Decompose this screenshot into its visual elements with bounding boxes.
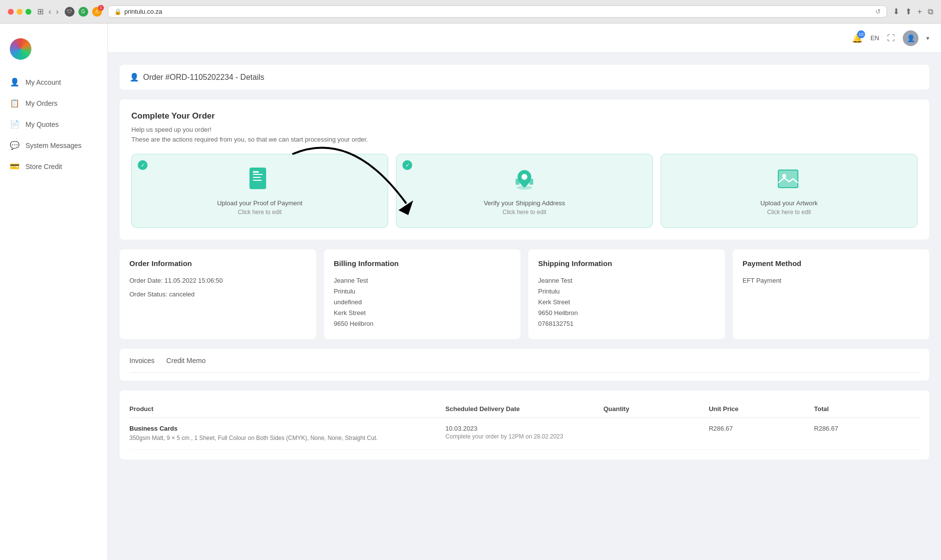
check-icon-1: ✓ [138, 160, 148, 170]
sidebar-item-my-orders[interactable]: 📋 My Orders [0, 93, 107, 114]
close-button[interactable] [8, 9, 14, 15]
action-card-proof-of-payment[interactable]: ✓ Upload your Proof of Payment Click her [131, 154, 388, 228]
account-icon: 👤 [10, 77, 20, 87]
product-table: Product Scheduled Delivery Date Quantity… [120, 390, 929, 460]
reload-icon[interactable]: ↺ [875, 8, 881, 15]
address-bar[interactable]: 🔒 printulu.co.za ↺ [108, 5, 887, 18]
col-product: Product [129, 405, 446, 413]
lock-icon: 🔒 [114, 8, 122, 15]
billing-company: Printulu [334, 286, 511, 297]
topbar: 🔔 10 EN ⛶ 👤 ▾ [108, 24, 941, 53]
shipping-info-title: Shipping Information [538, 259, 715, 268]
tab-credit-memo[interactable]: Credit Memo [166, 357, 205, 366]
back-icon[interactable]: ‹ [49, 7, 51, 16]
billing-address1: undefined [334, 297, 511, 308]
app-layout: 👤 My Account 📋 My Orders 📄 My Quotes 💬 S… [0, 24, 941, 560]
sidebar-item-system-messages[interactable]: 💬 System Messages [0, 135, 107, 156]
tabs-list: Invoices Credit Memo [129, 357, 919, 373]
subtitle-line1: Help us speed up you order! [131, 125, 917, 135]
notification-badge: 10 [857, 30, 865, 38]
maximize-button[interactable] [25, 9, 31, 15]
payment-method-value: EFT Payment [743, 275, 919, 286]
action-card-artwork[interactable]: Upload your Artwork Click here to edit [661, 154, 917, 228]
sidebar-toggle-icon[interactable]: ⊞ [37, 7, 44, 16]
action-cards-wrapper: ✓ Upload your Proof of Payment Click her [131, 154, 917, 228]
shipping-company: Printulu [538, 286, 715, 297]
col-total: Total [814, 405, 919, 413]
tabs-icon[interactable]: ⧉ [928, 7, 933, 16]
check-icon-2: ✓ [402, 160, 412, 170]
order-info-title: Order Information [129, 259, 306, 268]
col-quantity: Quantity [603, 405, 709, 413]
product-name: Business Cards [129, 425, 446, 432]
action-sublabel-3: Click here to edit [767, 209, 811, 216]
extension-shield-icon: 🛡 [65, 7, 74, 17]
svg-rect-4 [253, 177, 261, 178]
table-header: Product Scheduled Delivery Date Quantity… [129, 400, 919, 418]
order-status: Order Status: canceled [129, 289, 306, 300]
sidebar-item-label-credit: Store Credit [25, 163, 62, 170]
share-icon[interactable]: ⬆ [905, 7, 912, 16]
extension-g-icon: G [78, 7, 88, 17]
minimize-button[interactable] [17, 9, 23, 15]
browser-nav-icons: ⊞ ‹ › [37, 7, 59, 16]
sidebar-item-my-account[interactable]: 👤 My Account [0, 72, 107, 93]
action-label-3: Upload your Artwork [760, 199, 817, 207]
browser-chrome: ⊞ ‹ › 🛡 G ⚠ 1 🔒 printulu.co.za ↺ ⬇ ⬆ + ⧉ [0, 0, 941, 24]
row-quantity-cell [603, 425, 709, 442]
add-tab-icon[interactable]: + [917, 7, 922, 16]
product-desc: 350gsm Matt, 9 × 5 cm , 1 Sheet, Full Co… [129, 434, 446, 442]
traffic-lights [8, 9, 31, 15]
printulu-logo [10, 38, 31, 60]
order-date-label: Order Date: [129, 277, 163, 284]
messages-icon: 💬 [10, 141, 20, 150]
svg-rect-9 [516, 179, 520, 185]
tabs-section: Invoices Credit Memo [120, 349, 929, 381]
billing-city: 9650 Heilbron [334, 318, 511, 329]
action-label-2: Verify your Shipping Address [484, 199, 565, 207]
col-unit-price: Unit Price [709, 405, 814, 413]
sidebar-item-my-quotes[interactable]: 📄 My Quotes [0, 114, 107, 135]
billing-address2: Kerk Street [334, 308, 511, 318]
avatar[interactable]: 👤 [903, 30, 918, 46]
billing-information-card: Billing Information Jeanne Test Printulu… [324, 249, 520, 339]
main-content: 🔔 10 EN ⛶ 👤 ▾ 👤 Order #ORD-1105202234 - … [108, 24, 941, 560]
sidebar-logo[interactable] [0, 33, 107, 72]
order-status-label: Order Status: [129, 291, 167, 298]
sidebar-item-store-credit[interactable]: 💳 Store Credit [0, 156, 107, 177]
fullscreen-icon[interactable]: ⛶ [887, 34, 895, 43]
complete-order-section: Complete Your Order Help us speed up you… [120, 99, 929, 240]
quotes-icon: 📄 [10, 120, 20, 129]
svg-rect-6 [253, 171, 259, 173]
svg-rect-5 [253, 180, 262, 181]
payment-method-card: Payment Method EFT Payment [733, 249, 929, 339]
shipping-name: Jeanne Test [538, 275, 715, 286]
action-sublabel-1: Click here to edit [238, 209, 281, 216]
row-unit-price-cell: R286.67 [709, 425, 814, 442]
user-menu-chevron[interactable]: ▾ [926, 35, 929, 42]
action-cards: ✓ Upload your Proof of Payment Click her [131, 154, 917, 228]
subtitle-line2: These are the actions required from you,… [131, 135, 917, 145]
payment-method-title: Payment Method [743, 259, 919, 268]
row-total-cell: R286.67 [814, 425, 919, 442]
forward-icon[interactable]: › [56, 7, 58, 16]
svg-rect-3 [253, 174, 263, 175]
col-delivery-date: Scheduled Delivery Date [446, 405, 603, 413]
shipping-address: Kerk Street [538, 297, 715, 308]
action-label-1: Upload your Proof of Payment [217, 199, 302, 207]
action-card-shipping-address[interactable]: ✓ Verify your Shipping Address Click her… [396, 154, 653, 228]
sidebar-nav: 👤 My Account 📋 My Orders 📄 My Quotes 💬 S… [0, 72, 107, 177]
language-selector[interactable]: EN [870, 34, 879, 42]
complete-order-title: Complete Your Order [131, 111, 917, 121]
download-icon[interactable]: ⬇ [893, 7, 899, 16]
avatar-icon: 👤 [907, 34, 915, 42]
order-information-card: Order Information Order Date: 11.05.2022… [120, 249, 316, 339]
sidebar-item-label-quotes: My Quotes [25, 121, 59, 128]
sidebar-item-label-messages: System Messages [25, 142, 81, 149]
delivery-note: Complete your order by 12PM on 28.02.202… [446, 433, 603, 440]
shipping-address-icon [511, 166, 538, 194]
tab-invoices[interactable]: Invoices [129, 357, 154, 366]
delivery-date: 10.03.2023 [446, 425, 603, 432]
page-header: 👤 Order #ORD-1105202234 - Details [120, 65, 929, 90]
notification-bell[interactable]: 🔔 10 [852, 33, 863, 44]
